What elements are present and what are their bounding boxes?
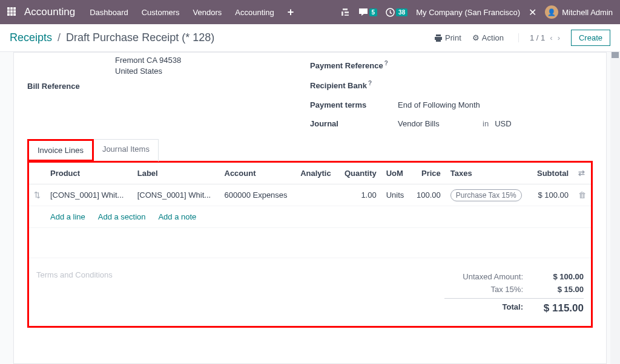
action-button[interactable]: ⚙ Action xyxy=(472,33,504,42)
journal-label: Journal xyxy=(310,119,398,128)
cell-uom[interactable]: Units xyxy=(381,184,411,206)
cell-product[interactable]: [CONS_0001] Whit... xyxy=(45,184,133,206)
user-menu[interactable]: 👤 Mitchell Admin xyxy=(545,5,613,19)
messages-badge: 5 xyxy=(369,8,378,16)
help-icon[interactable]: ? xyxy=(368,80,372,86)
invoice-lines-panel: Product Label Account Analytic Quantity … xyxy=(27,161,593,328)
col-taxes[interactable]: Taxes xyxy=(446,163,530,184)
debug-icon[interactable]: ✕ xyxy=(529,7,536,18)
pager-prev-icon[interactable]: ‹ xyxy=(550,33,552,42)
payment-terms-field[interactable]: End of Following Month xyxy=(398,100,480,109)
journal-in-text: in xyxy=(483,119,489,128)
apps-icon[interactable] xyxy=(7,7,17,17)
col-quantity[interactable]: Quantity xyxy=(338,163,381,184)
cell-analytic[interactable] xyxy=(295,184,338,206)
col-subtotal[interactable]: Subtotal xyxy=(530,163,573,184)
payment-terms-label: Payment terms xyxy=(310,100,398,109)
totals-panel: Untaxed Amount: $ 100.00 Tax 15%: $ 15.0… xyxy=(444,270,584,316)
add-line-link[interactable]: Add a line xyxy=(50,212,85,221)
payment-reference-label: Payment Reference? xyxy=(310,60,398,70)
create-button[interactable]: Create xyxy=(571,30,610,46)
tax-value: $ 15.00 xyxy=(535,285,584,294)
cell-account[interactable]: 600000 Expenses xyxy=(220,184,296,206)
user-name: Mitchell Admin xyxy=(562,8,613,17)
tabs: Invoice Lines Journal Items xyxy=(27,139,593,161)
cell-subtotal: $ 100.00 xyxy=(530,184,573,206)
pager-text[interactable]: 1 / 1 xyxy=(530,33,545,42)
total-label: Total: xyxy=(444,302,523,314)
bill-reference-label: Bill Reference xyxy=(27,82,115,91)
column-options-icon[interactable]: ⇄ xyxy=(573,163,591,184)
breadcrumb-current: Draft Purchase Receipt (* 128) xyxy=(66,31,214,44)
cell-quantity[interactable]: 1.00 xyxy=(338,184,381,206)
nav-accounting[interactable]: Accounting xyxy=(235,8,274,17)
top-navbar: Accounting Dashboard Customers Vendors A… xyxy=(0,0,620,24)
journal-field[interactable]: Vendor Bills xyxy=(398,119,477,128)
avatar: 👤 xyxy=(545,5,558,19)
nav-vendors[interactable]: Vendors xyxy=(193,8,222,17)
activities-icon[interactable]: 38 xyxy=(386,8,407,17)
col-uom[interactable]: UoM xyxy=(381,163,411,184)
pager-next-icon[interactable]: › xyxy=(558,33,560,42)
messages-icon[interactable]: 5 xyxy=(358,8,378,16)
nav-dashboard[interactable]: Dashboard xyxy=(90,8,128,17)
nav-customers[interactable]: Customers xyxy=(142,8,180,17)
tab-invoice-lines[interactable]: Invoice Lines xyxy=(27,139,94,161)
app-name[interactable]: Accounting xyxy=(24,6,75,18)
cell-price[interactable]: 100.00 xyxy=(410,184,445,206)
invoice-lines-table: Product Label Account Analytic Quantity … xyxy=(29,163,591,258)
add-section-link[interactable]: Add a section xyxy=(98,212,146,221)
terms-field[interactable]: Terms and Conditions xyxy=(36,270,444,316)
table-row[interactable]: ⇅ [CONS_0001] Whit... [CONS_0001] Whit..… xyxy=(29,184,591,206)
activities-badge: 38 xyxy=(396,8,407,16)
col-analytic[interactable]: Analytic xyxy=(295,163,338,184)
cell-label[interactable]: [CONS_0001] Whit... xyxy=(133,184,220,206)
pager: 1 / 1 ‹ › xyxy=(518,33,560,42)
col-price[interactable]: Price xyxy=(410,163,445,184)
col-product[interactable]: Product xyxy=(45,163,133,184)
company-selector[interactable]: My Company (San Francisco) xyxy=(416,8,520,17)
nav-add-icon[interactable]: + xyxy=(288,6,294,19)
breadcrumb-root[interactable]: Receipts xyxy=(10,31,52,44)
col-account[interactable]: Account xyxy=(220,163,296,184)
add-note-link[interactable]: Add a note xyxy=(158,212,196,221)
help-icon[interactable]: ? xyxy=(384,60,388,67)
shortcuts-icon[interactable] xyxy=(340,7,350,17)
breadcrumb: Receipts / Draft Purchase Receipt (* 128… xyxy=(10,31,214,44)
scrollbar[interactable] xyxy=(610,52,620,364)
untaxed-label: Untaxed Amount: xyxy=(444,272,523,281)
action-bar: Receipts / Draft Purchase Receipt (* 128… xyxy=(0,24,620,52)
recipient-bank-label: Recipient Bank? xyxy=(310,80,398,90)
print-button[interactable]: Print xyxy=(434,33,461,42)
drag-handle-icon[interactable]: ⇅ xyxy=(29,184,45,206)
total-value: $ 115.00 xyxy=(535,302,584,314)
cell-taxes[interactable]: Purchase Tax 15% xyxy=(446,184,530,206)
tax-label: Tax 15%: xyxy=(444,285,523,294)
form-sheet: Fremont CA 94538 United States Bill Refe… xyxy=(13,52,607,364)
delete-row-icon[interactable]: 🗑 xyxy=(573,184,591,206)
untaxed-value: $ 100.00 xyxy=(535,272,584,281)
col-label[interactable]: Label xyxy=(133,163,220,184)
tab-journal-items[interactable]: Journal Items xyxy=(94,139,159,161)
content-area: Fremont CA 94538 United States Bill Refe… xyxy=(0,52,620,364)
vendor-address: Fremont CA 94538 United States xyxy=(27,55,310,77)
journal-currency-field[interactable]: USD xyxy=(495,119,511,128)
